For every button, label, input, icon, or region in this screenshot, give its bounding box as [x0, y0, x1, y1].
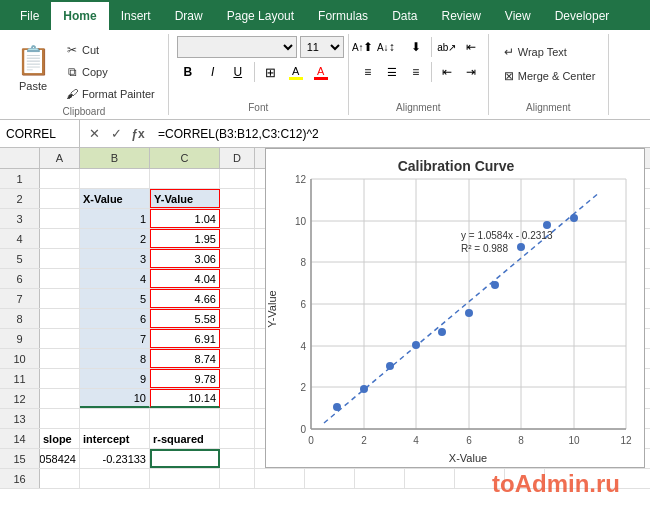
bold-button[interactable]: B — [177, 61, 199, 83]
row-header[interactable]: 9 — [0, 329, 40, 348]
cell-d13[interactable] — [220, 409, 255, 428]
cell-b6[interactable]: 4 — [80, 269, 150, 288]
row-header[interactable]: 5 — [0, 249, 40, 268]
cell-d11[interactable] — [220, 369, 255, 388]
cell-c8[interactable]: 5.58 — [150, 309, 220, 328]
cell-g16[interactable] — [355, 469, 405, 488]
cell-a16[interactable] — [40, 469, 80, 488]
tab-formulas[interactable]: Formulas — [306, 2, 380, 30]
orientation-button[interactable]: ab↗ — [436, 36, 458, 58]
cell-b5[interactable]: 3 — [80, 249, 150, 268]
cell-a3[interactable] — [40, 209, 80, 228]
cell-b7[interactable]: 5 — [80, 289, 150, 308]
row-header[interactable]: 1 — [0, 169, 40, 188]
cell-d9[interactable] — [220, 329, 255, 348]
cell-a11[interactable] — [40, 369, 80, 388]
cell-d2[interactable] — [220, 189, 255, 208]
row-header[interactable]: 12 — [0, 389, 40, 408]
align-center-button[interactable]: ☰ — [381, 61, 403, 83]
cell-a10[interactable] — [40, 349, 80, 368]
col-header-c[interactable]: C — [150, 148, 220, 168]
indent-button[interactable]: ⇤ — [460, 36, 482, 58]
cell-d4[interactable] — [220, 229, 255, 248]
cell-c6[interactable]: 4.04 — [150, 269, 220, 288]
merge-center-button[interactable]: ⊠ Merge & Center — [497, 66, 603, 86]
font-color-button[interactable]: A — [310, 61, 332, 83]
cell-c1[interactable] — [150, 169, 220, 188]
cell-b16[interactable] — [80, 469, 150, 488]
col-header-b[interactable]: B — [80, 148, 150, 168]
row-header[interactable]: 7 — [0, 289, 40, 308]
cell-a9[interactable] — [40, 329, 80, 348]
increase-indent-button[interactable]: ⇥ — [460, 61, 482, 83]
cell-i16[interactable] — [455, 469, 505, 488]
cell-a7[interactable] — [40, 289, 80, 308]
cell-b1[interactable] — [80, 169, 150, 188]
paste-button[interactable]: 📋 Paste — [8, 36, 58, 96]
cell-d10[interactable] — [220, 349, 255, 368]
align-bottom-button[interactable]: ⬇ — [405, 36, 427, 58]
cell-d1[interactable] — [220, 169, 255, 188]
cancel-formula-button[interactable]: ✕ — [84, 124, 104, 144]
align-middle-button[interactable]: ↕ — [381, 36, 403, 58]
tab-review[interactable]: Review — [429, 2, 492, 30]
cell-d6[interactable] — [220, 269, 255, 288]
cell-b2[interactable]: X-Value — [80, 189, 150, 208]
cell-b4[interactable]: 2 — [80, 229, 150, 248]
cell-a1[interactable] — [40, 169, 80, 188]
cell-a15[interactable]: 1.058424 — [40, 449, 80, 468]
font-name-select[interactable] — [177, 36, 297, 58]
border-button[interactable]: ⊞ — [260, 61, 282, 83]
cell-b8[interactable]: 6 — [80, 309, 150, 328]
cell-e16[interactable] — [255, 469, 305, 488]
cell-b11[interactable]: 9 — [80, 369, 150, 388]
cell-j16[interactable] — [505, 469, 545, 488]
cell-a5[interactable] — [40, 249, 80, 268]
cell-c15[interactable] — [150, 449, 220, 468]
cell-a2[interactable] — [40, 189, 80, 208]
cell-b12[interactable]: 10 — [80, 389, 150, 408]
cell-c10[interactable]: 8.74 — [150, 349, 220, 368]
cell-c13[interactable] — [150, 409, 220, 428]
cell-d7[interactable] — [220, 289, 255, 308]
cell-a13[interactable] — [40, 409, 80, 428]
cell-b10[interactable]: 8 — [80, 349, 150, 368]
decrease-indent-button[interactable]: ⇤ — [436, 61, 458, 83]
tab-draw[interactable]: Draw — [163, 2, 215, 30]
cell-a12[interactable] — [40, 389, 80, 408]
cell-b15[interactable]: -0.23133 — [80, 449, 150, 468]
tab-home[interactable]: Home — [51, 2, 108, 30]
row-header[interactable]: 15 — [0, 449, 40, 468]
cell-d14[interactable] — [220, 429, 255, 448]
underline-button[interactable]: U — [227, 61, 249, 83]
insert-function-button[interactable]: ƒx — [128, 124, 148, 144]
row-header[interactable]: 11 — [0, 369, 40, 388]
cell-b14[interactable]: intercept — [80, 429, 150, 448]
cell-c9[interactable]: 6.91 — [150, 329, 220, 348]
tab-view[interactable]: View — [493, 2, 543, 30]
italic-button[interactable]: I — [202, 61, 224, 83]
cell-c7[interactable]: 4.66 — [150, 289, 220, 308]
align-right-button[interactable]: ≡ — [405, 61, 427, 83]
cell-a6[interactable] — [40, 269, 80, 288]
cut-button[interactable]: ✂ Cut — [60, 40, 160, 60]
row-header[interactable]: 3 — [0, 209, 40, 228]
name-box[interactable]: CORREL — [0, 120, 80, 147]
cell-a8[interactable] — [40, 309, 80, 328]
cell-d16[interactable] — [220, 469, 255, 488]
align-top-button[interactable]: ⬆ — [357, 36, 379, 58]
cell-d8[interactable] — [220, 309, 255, 328]
row-header[interactable]: 2 — [0, 189, 40, 208]
cell-c12[interactable]: 10.14 — [150, 389, 220, 408]
cell-f16[interactable] — [305, 469, 355, 488]
tab-data[interactable]: Data — [380, 2, 429, 30]
cell-h16[interactable] — [405, 469, 455, 488]
row-header[interactable]: 10 — [0, 349, 40, 368]
cell-c16[interactable] — [150, 469, 220, 488]
format-painter-button[interactable]: 🖌 Format Painter — [60, 84, 160, 104]
cell-c2[interactable]: Y-Value — [150, 189, 220, 208]
tab-page-layout[interactable]: Page Layout — [215, 2, 306, 30]
cell-c4[interactable]: 1.95 — [150, 229, 220, 248]
cell-c11[interactable]: 9.78 — [150, 369, 220, 388]
cell-d15[interactable] — [220, 449, 255, 468]
